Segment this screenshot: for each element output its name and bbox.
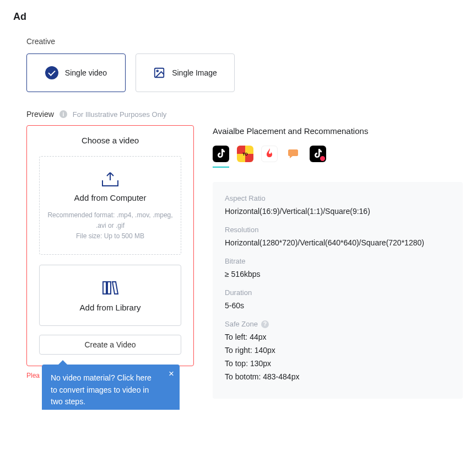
creative-option-single-image[interactable]: Single Image <box>136 53 235 92</box>
safe-zone-label: Safe Zone ? <box>225 320 451 328</box>
preview-header: Preview i For Illustrative Purposes Only <box>26 110 463 119</box>
safe-zone-value: To right: 140px <box>225 346 451 355</box>
panel-title: Choose a video <box>39 136 181 145</box>
tooltip-text: No video material? Click here to convert… <box>51 373 152 406</box>
placement-flame-icon[interactable] <box>261 146 278 162</box>
page-title: Ad <box>13 11 463 23</box>
duration-value: 5-60s <box>225 301 451 310</box>
safe-zone-value: To bototm: 483-484px <box>225 372 451 381</box>
svg-rect-3 <box>107 282 111 294</box>
upload-icon <box>47 171 173 188</box>
creative-option-label: Single video <box>65 68 107 77</box>
recommendations-panel: Aspect Ratio Horizontal(16:9)/Vertical(1… <box>213 182 463 399</box>
placement-tiktok-icon[interactable] <box>213 146 229 162</box>
info-icon: i <box>60 110 67 118</box>
add-from-library-button[interactable]: Add from Library <box>39 265 181 326</box>
duration-label: Duration <box>225 288 451 297</box>
bitrate-label: Bitrate <box>225 257 451 265</box>
upload-format-note: Recommended format: .mp4, .mov, .mpeg, .… <box>47 210 173 231</box>
add-from-computer-button[interactable]: Add from Computer Recommended format: .m… <box>39 156 181 255</box>
svg-rect-2 <box>103 282 106 294</box>
safe-zone-value: To left: 44px <box>225 333 451 341</box>
aspect-ratio-label: Aspect Ratio <box>225 194 451 202</box>
placement-selected-indicator <box>213 167 229 168</box>
resolution-label: Resolution <box>225 226 451 234</box>
illustrative-note: For Illustrative Purposes Only <box>73 110 167 119</box>
placement-icons: TO <box>213 146 463 162</box>
bitrate-value: ≥ 516kbps <box>225 270 451 278</box>
create-video-button[interactable]: Create a Video <box>39 335 181 355</box>
placement-chat-icon[interactable] <box>285 146 302 162</box>
library-icon <box>47 280 173 296</box>
upload-size-note: File size: Up to 500 MB <box>47 231 173 242</box>
placement-tiktok-ads-icon[interactable] <box>310 146 326 162</box>
svg-point-1 <box>157 70 159 72</box>
safe-zone-value: To top: 130px <box>225 359 451 368</box>
creative-section-label: Creative <box>26 37 463 46</box>
upload-title: Add from Computer <box>47 193 173 202</box>
checkmark-icon <box>45 66 58 79</box>
resolution-value: Horizontal(1280*720)/Vertical(640*640)/S… <box>225 238 451 247</box>
aspect-ratio-value: Horizontal(16:9)/Vertical(1:1)/Square(9:… <box>225 207 451 216</box>
creative-options: Single video Single Image <box>26 53 463 92</box>
tooltip-popover: No video material? Click here to convert… <box>42 365 180 410</box>
video-upload-panel: Choose a video Add from Computer Recomme… <box>26 125 194 366</box>
preview-label: Preview <box>26 110 54 119</box>
creative-option-single-video[interactable]: Single video <box>26 53 126 92</box>
image-icon <box>153 67 165 79</box>
placement-title: Avaialbe Placement and Recommenations <box>213 126 463 136</box>
library-title: Add from Library <box>47 303 173 312</box>
creative-option-label: Single Image <box>172 68 217 77</box>
placement-buzzvideo-icon[interactable]: TO <box>237 146 253 162</box>
help-icon[interactable]: ? <box>261 320 269 328</box>
close-icon[interactable]: × <box>169 369 174 378</box>
